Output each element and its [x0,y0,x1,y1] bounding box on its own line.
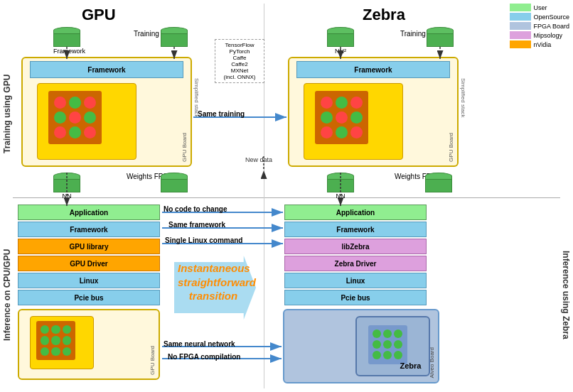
same-framework-label: Same framework [168,221,225,229]
no-code-label: No code to change [164,205,227,213]
legend-color-nvidia [510,40,531,48]
same-training-label: Same training [198,110,245,118]
gpu-board-train-left: Framework GPU Board [21,57,192,167]
gpu-framework-box: Framework [18,222,160,237]
legend-color-user [510,4,531,11]
nn-cyl-weight-left: NN [53,173,80,200]
diagram: User OpenSource FPGA Board Mipsology nVi… [0,0,573,392]
chip-inner-right [315,91,368,144]
weights-cyl-right [425,173,452,192]
gpu-board-label-right: GPU Board [448,133,454,162]
zebra-libzebra-box: libZebra [284,239,427,254]
zebra-chip-box: Zebra [355,316,430,376]
alveo-board-infer-right: Zebra Alveo Board [283,309,439,383]
framework-list: TensorFlowPyTorchCaffeCaffe2MXNet(incl. … [215,39,264,83]
gpu-pcie-box: Pcie bus [18,290,160,305]
nn-cylinder-train-left: Framework [53,27,85,55]
same-neural-label: Same neural network [164,340,235,348]
simplified-stack-right: Simplified stack [460,78,466,118]
gpu-library-box: GPU library [18,239,160,254]
legend-label-user: User [533,4,547,11]
new-data-label: New data [245,156,272,163]
chip-infer-left [30,316,94,369]
chip-train-right [304,83,403,160]
gpu-board-label-left: GPU Board [181,133,188,162]
legend-label-fpga: FPGA Board [533,23,569,30]
zebra-application-box: Application [284,205,427,220]
training-data-cyl-right [427,27,454,47]
side-label-train: Training using GPU [2,32,12,195]
gpu-linux-box: Linux [18,273,160,288]
legend-opensource: OpenSource [510,13,569,21]
framework-box-train-left: Framework [30,61,183,78]
legend-label-opensource: OpenSource [533,13,569,21]
zebra-chip-label: Zebra [400,361,422,370]
legend: User OpenSource FPGA Board Mipsology nVi… [510,4,569,48]
gpu-board-infer-label: GPU Board [149,346,156,375]
zebra-driver-box: Zebra Driver [284,256,427,271]
legend-fpga: FPGA Board [510,22,569,30]
framework-box-train-right: Framework [296,61,450,78]
nn-cyl-weight-right: NN [327,173,354,200]
legend-label-nvidia: nVidia [533,41,551,48]
legend-mipsology: Mipsology [510,31,569,39]
gpu-inference-stack: Application Framework GPU library GPU Dr… [18,205,160,305]
side-label-infer-left: Inference on CPU/GPU [2,206,12,383]
zebra-chip-inner [368,325,407,364]
legend-color-opensource [510,13,531,21]
gpu-application-box: Application [18,205,160,220]
chip-train-left [37,83,136,160]
chip-inner-infer-left [36,321,75,360]
gpu-board-train-right: Framework GPU Board [288,57,459,167]
training-data-cyl-left [161,27,188,47]
legend-color-fpga [510,22,531,30]
nn-cylinder-train-right: NN² [327,27,354,55]
single-command-label: Single Linux command [165,236,242,244]
zebra-framework-box: Framework [284,222,427,237]
gpu-title: GPU [82,6,116,24]
legend-user: User [510,4,569,11]
legend-color-mipsology [510,31,531,39]
zebra-inference-stack: Application Framework libZebra Zebra Dri… [284,205,427,305]
legend-label-mipsology: Mipsology [533,32,562,39]
alveo-board-label: Alveo Board [429,347,435,379]
zebra-linux-box: Linux [284,273,427,288]
gpu-board-infer-left: GPU Board [18,309,160,380]
zebra-title: Zebra [363,6,405,24]
zebra-pcie-box: Pcie bus [284,290,427,305]
gpu-driver-box: GPU Driver [18,256,160,271]
side-label-infer-right: Inference using Zebra [561,206,571,383]
chip-inner-left [48,91,102,144]
weights-cyl-left [161,173,188,192]
horizontal-divider [13,197,560,198]
legend-nvidia: nVidia [510,40,569,48]
transition-label: Instantaneous straightforward transition [174,256,267,320]
no-fpga-label: No FPGA compilation [168,353,240,361]
